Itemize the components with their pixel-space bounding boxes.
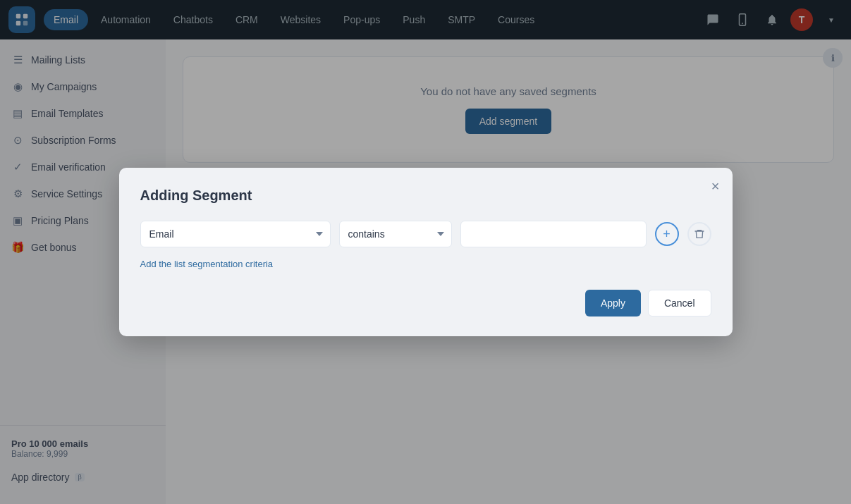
adding-segment-modal: Adding Segment × EmailFirst nameLast nam…: [119, 168, 733, 336]
field-select[interactable]: EmailFirst nameLast namePhone: [140, 221, 331, 247]
add-criteria-link[interactable]: Add the list segmentation criteria: [140, 259, 274, 269]
delete-criteria-row-button[interactable]: [687, 222, 711, 246]
modal-title: Adding Segment: [140, 188, 711, 204]
value-input[interactable]: [460, 221, 647, 247]
condition-select[interactable]: containsdoes not containequalsis empty: [339, 221, 452, 247]
trash-icon: [694, 228, 705, 240]
cancel-button[interactable]: Cancel: [648, 290, 711, 316]
modal-overlay: Adding Segment × EmailFirst nameLast nam…: [0, 0, 851, 504]
apply-button[interactable]: Apply: [585, 290, 641, 316]
modal-footer: Apply Cancel: [140, 290, 711, 316]
segment-criteria-row: EmailFirst nameLast namePhone containsdo…: [140, 221, 711, 247]
plus-icon: +: [663, 228, 671, 240]
modal-close-button[interactable]: ×: [711, 179, 720, 193]
add-criteria-row-button[interactable]: +: [655, 222, 679, 246]
